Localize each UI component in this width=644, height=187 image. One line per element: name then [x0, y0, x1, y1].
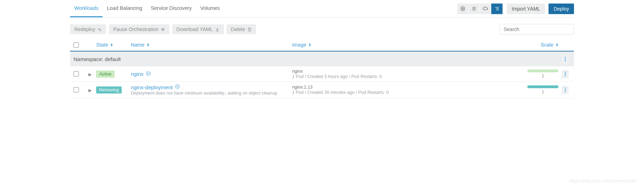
sort-icon: ▲▼: [556, 43, 558, 47]
scale-indicator: 1: [527, 70, 558, 78]
sort-icon: ▲▼: [308, 43, 311, 47]
expand-toggle-icon[interactable]: ▶: [88, 72, 92, 77]
trash-icon: [247, 27, 252, 32]
workload-name-text: nginx: [131, 71, 144, 77]
view-cloud-icon[interactable]: [480, 4, 491, 14]
svg-rect-3: [472, 8, 476, 9]
workload-sub-text: Deployment does not have minimum availab…: [131, 91, 292, 96]
group-menu-button[interactable]: [562, 55, 569, 63]
image-meta: 1 Pod / Created 30 minutes ago / Pod Res…: [292, 90, 453, 95]
pause-orchestration-button[interactable]: Pause Orchestration: [109, 24, 169, 34]
svg-rect-5: [495, 7, 499, 7]
table-row: ▶ Removing nginx-deployment Deployment d…: [70, 82, 574, 98]
tab-service-discovery[interactable]: Service Discovery: [146, 0, 196, 17]
scale-bar: [527, 85, 558, 88]
column-header-image[interactable]: Image ▲▼: [292, 42, 453, 48]
view-list-icon[interactable]: [469, 4, 480, 14]
pause-label: Pause Orchestration: [113, 26, 158, 32]
svg-marker-10: [146, 71, 150, 76]
column-header-name[interactable]: Name ▲▼: [131, 42, 292, 48]
redeploy-button[interactable]: Redeploy: [70, 24, 106, 34]
image-name: nginx: [292, 69, 453, 74]
image-name: nginx:1.13: [292, 85, 453, 90]
workloads-table: State ▲▼ Name ▲▼ Image ▲▼ Scale ▲▼ Names…: [70, 39, 574, 98]
status-badge: Removing: [96, 86, 122, 94]
top-tab-bar: Workloads Load Balancing Service Discove…: [70, 0, 574, 18]
tab-volumes[interactable]: Volumes: [196, 0, 224, 17]
import-yaml-button[interactable]: Import YAML: [507, 4, 545, 14]
redeploy-label: Redeploy: [74, 26, 95, 32]
svg-rect-8: [162, 28, 162, 31]
view-mode-group: [457, 4, 503, 14]
svg-point-11: [147, 73, 149, 74]
row-menu-button[interactable]: [562, 86, 569, 94]
row-checkbox[interactable]: [74, 87, 79, 92]
sort-icon: ▲▼: [147, 43, 150, 47]
svg-marker-12: [175, 84, 179, 89]
scale-count: 1: [542, 89, 544, 94]
namespace-group-row: Namespace: default: [70, 52, 574, 66]
column-header-state[interactable]: State ▲▼: [96, 42, 131, 48]
svg-rect-2: [472, 7, 476, 7]
pause-icon: [161, 27, 165, 32]
delete-button[interactable]: Delete: [227, 24, 256, 34]
column-header-name-label: Name: [131, 42, 145, 48]
column-header-scale[interactable]: Scale ▲▼: [453, 42, 560, 48]
tab-workloads[interactable]: Workloads: [70, 0, 103, 17]
tab-load-balancing[interactable]: Load Balancing: [103, 0, 146, 17]
search-input[interactable]: [500, 24, 574, 35]
deploy-button[interactable]: Deploy: [549, 4, 574, 14]
svg-point-13: [176, 86, 178, 88]
select-all-checkbox[interactable]: [74, 42, 79, 48]
workload-name-text: nginx-deployment: [131, 84, 173, 90]
column-header-state-label: State: [96, 42, 108, 48]
expand-toggle-icon[interactable]: ▶: [88, 88, 92, 93]
svg-rect-6: [496, 8, 499, 9]
svg-point-1: [462, 8, 464, 10]
namespace-label: Namespace: default: [74, 56, 560, 62]
svg-rect-4: [472, 10, 476, 10]
delete-label: Delete: [231, 26, 245, 32]
download-label: Download YAML: [176, 26, 213, 32]
sort-icon: ▲▼: [110, 43, 113, 47]
column-header-image-label: Image: [292, 42, 306, 48]
image-meta: 1 Pod / Created 3 hours ago / Pod Restar…: [292, 74, 453, 79]
table-header: State ▲▼ Name ▲▼ Image ▲▼ Scale ▲▼: [70, 39, 574, 52]
scale-count: 1: [542, 73, 544, 78]
column-header-scale-label: Scale: [541, 42, 553, 48]
view-tree-icon[interactable]: [491, 4, 503, 14]
workload-name-link[interactable]: nginx: [131, 71, 292, 77]
download-yaml-button[interactable]: Download YAML: [172, 24, 224, 34]
view-refresh-icon[interactable]: [457, 4, 469, 14]
svg-rect-9: [163, 28, 164, 31]
scale-bar: [527, 70, 558, 72]
workload-name-link[interactable]: nginx-deployment: [131, 84, 292, 90]
undo-icon: [97, 27, 102, 32]
svg-rect-7: [496, 10, 499, 10]
status-badge: Active: [96, 71, 115, 78]
kubernetes-icon: [146, 71, 151, 77]
kubernetes-icon: [175, 84, 180, 90]
row-checkbox[interactable]: [74, 71, 79, 77]
download-icon: [215, 27, 220, 32]
row-menu-button[interactable]: [562, 70, 569, 78]
tabs: Workloads Load Balancing Service Discove…: [70, 0, 224, 17]
action-toolbar: Redeploy Pause Orchestration Download YA…: [70, 18, 574, 39]
svg-marker-0: [461, 6, 465, 11]
scale-indicator: 1: [527, 85, 558, 94]
table-row: ▶ Active nginx nginx 1 Pod / Create: [70, 66, 574, 82]
